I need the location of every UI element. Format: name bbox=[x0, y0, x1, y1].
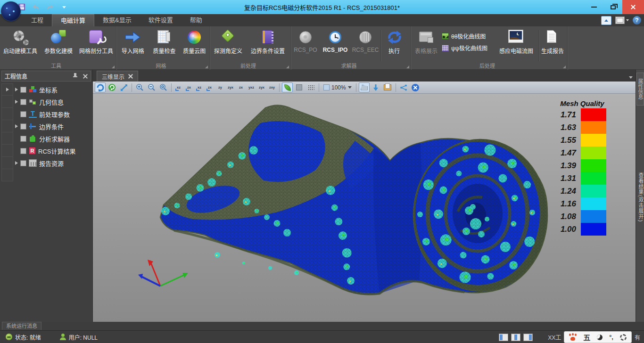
checkbox[interactable] bbox=[20, 148, 26, 154]
smooth-shading-button[interactable] bbox=[282, 82, 293, 92]
view-iso1-button[interactable]: zyx bbox=[226, 82, 235, 92]
execute-button[interactable]: 执行 bbox=[381, 27, 407, 61]
tab-3d-display[interactable]: 三维显示 bbox=[97, 71, 138, 82]
gutter-cell[interactable] bbox=[1, 120, 13, 132]
quality-check-button[interactable]: 质量检查 bbox=[149, 27, 180, 61]
expander-icon[interactable] bbox=[15, 100, 18, 104]
expander-icon[interactable] bbox=[15, 161, 18, 165]
boundary-settings-button[interactable]: 边界条件设置 bbox=[247, 27, 289, 61]
table-display-button[interactable]: 表格展示 bbox=[411, 27, 441, 61]
close-icon[interactable] bbox=[128, 74, 133, 79]
quality-cloudmap-button[interactable]: 质量云图 bbox=[179, 27, 209, 61]
ime-logo-icon[interactable] bbox=[569, 334, 577, 341]
zoom-out-button[interactable] bbox=[146, 82, 157, 92]
close-view-button[interactable] bbox=[410, 82, 421, 92]
ime-settings-icon[interactable] bbox=[620, 334, 627, 341]
view-zx-button[interactable]: zx bbox=[184, 82, 194, 92]
view-zy-button[interactable]: zy bbox=[215, 82, 225, 92]
share-button[interactable] bbox=[398, 82, 409, 92]
help-button[interactable] bbox=[633, 16, 641, 24]
layout-middle-panel-button[interactable] bbox=[511, 334, 520, 341]
checkbox[interactable] bbox=[20, 160, 26, 166]
tree-item-preprocess-params[interactable]: T 前处理参数 bbox=[13, 108, 92, 120]
gutter-cell[interactable] bbox=[1, 169, 13, 181]
project-tree: 坐标系 几何信息 T 前处理参数 bbox=[1, 83, 92, 181]
rcs-ipo-button[interactable]: RCS_IPO bbox=[320, 27, 350, 61]
tree-item-coordinate-system[interactable]: 坐标系 bbox=[13, 83, 92, 96]
clip-plane-button[interactable] bbox=[359, 82, 370, 92]
import-mesh-button[interactable]: 导入网格 bbox=[116, 27, 149, 61]
view-iso4-button[interactable]: zyx bbox=[257, 82, 266, 92]
pan-zoom-button[interactable] bbox=[118, 82, 129, 92]
gutter-cell[interactable] bbox=[1, 96, 13, 108]
group-label-tools: 工具 bbox=[0, 62, 112, 69]
zoom-fit-button[interactable] bbox=[158, 82, 169, 92]
close-button[interactable] bbox=[622, 0, 644, 14]
gutter-cell[interactable] bbox=[1, 157, 13, 169]
induced-current-map-button[interactable]: 感应电磁流图 bbox=[494, 27, 538, 61]
tree-item-solver[interactable]: 分析求解器 bbox=[13, 132, 92, 145]
minimize-button[interactable] bbox=[585, 0, 603, 14]
rcs-po-button[interactable]: RCS_PO bbox=[291, 27, 320, 61]
ribbon-collapse-button[interactable] bbox=[601, 16, 611, 25]
ime-input-mode-button[interactable]: 五 bbox=[583, 332, 590, 342]
gutter-cell[interactable] bbox=[1, 132, 13, 145]
restore-button[interactable] bbox=[603, 0, 622, 14]
view-iso2-button[interactable]: zx bbox=[236, 82, 246, 92]
checkbox[interactable] bbox=[20, 111, 26, 117]
system-messages-tab[interactable]: 系统运行消息 bbox=[2, 322, 41, 330]
zoom-in-button[interactable] bbox=[134, 82, 145, 92]
chevron-down-icon[interactable] bbox=[629, 76, 633, 79]
checkbox[interactable] bbox=[20, 99, 26, 105]
tree-item-rcs-results[interactable]: R RCS计算结果 bbox=[13, 145, 92, 157]
tree-item-report-resources[interactable]: 报告资源 bbox=[13, 157, 92, 169]
gutter-cell[interactable] bbox=[1, 108, 13, 120]
checkbox[interactable] bbox=[20, 136, 26, 142]
tab-data-display[interactable]: 数据&显示 bbox=[94, 14, 140, 26]
points-display-button[interactable] bbox=[305, 82, 316, 92]
tree-item-geometry-info[interactable]: 几何信息 bbox=[13, 96, 92, 108]
checkbox[interactable] bbox=[20, 87, 26, 93]
view-iso3-button[interactable]: yxz bbox=[247, 82, 256, 92]
export-down-button[interactable] bbox=[371, 82, 381, 92]
tab-software-settings[interactable]: 软件设置 bbox=[140, 14, 182, 26]
expander-icon[interactable] bbox=[15, 124, 18, 128]
snapshot-folder-button[interactable] bbox=[382, 82, 393, 92]
zoom-level-select[interactable]: 100% bbox=[322, 84, 354, 91]
gutter-cell[interactable] bbox=[1, 145, 13, 157]
generate-report-button[interactable]: 生成报告 bbox=[539, 27, 566, 61]
app-logo-icon[interactable] bbox=[1, 1, 21, 21]
toolbar-divider bbox=[132, 83, 132, 92]
tree-item-boundary-conditions[interactable]: 边界条件 bbox=[13, 120, 92, 132]
tab-em-computation[interactable]: 电磁计算 bbox=[52, 14, 94, 26]
viewport-3d[interactable]: Mesh Quality 1.71 1.63 1.55 1.47 1.39 1.… bbox=[93, 94, 636, 322]
display-options-button[interactable] bbox=[615, 16, 629, 24]
view-xz-button[interactable]: xz bbox=[174, 82, 183, 92]
ime-fullwidth-icon[interactable] bbox=[597, 335, 603, 340]
rcs-eec-button[interactable]: RCS_EEC bbox=[350, 27, 380, 61]
probe-angle-button[interactable]: 探测角定义 bbox=[210, 27, 247, 61]
view-xz2-button[interactable]: xz bbox=[195, 82, 204, 92]
layout-left-panel-button[interactable] bbox=[499, 334, 508, 341]
tab-help[interactable]: 帮助 bbox=[182, 14, 211, 26]
flat-shading-button[interactable] bbox=[294, 82, 305, 92]
launch-modeling-tool-button[interactable]: 启动建模工具 bbox=[0, 27, 41, 61]
refresh-view-button[interactable] bbox=[107, 82, 117, 92]
close-icon[interactable] bbox=[83, 74, 88, 79]
rotate-view-button[interactable] bbox=[95, 82, 106, 92]
view-iso5-button[interactable]: zxy bbox=[267, 82, 277, 92]
layout-right-panel-button[interactable] bbox=[523, 334, 533, 341]
gutter-cell[interactable] bbox=[1, 83, 13, 96]
meshing-tool-button[interactable]: 网格剖分工具 bbox=[76, 27, 116, 61]
tab-project[interactable]: 工程 bbox=[23, 14, 52, 26]
view-results-note[interactable]: 查看结果(双击展开) bbox=[637, 172, 644, 222]
parametric-modeling-button[interactable]: 参数化建模 bbox=[41, 27, 76, 61]
expander-icon[interactable] bbox=[15, 88, 18, 91]
pin-icon[interactable] bbox=[73, 73, 77, 79]
psi-polar-chart-button[interactable]: ψψ极化曲线图 bbox=[441, 44, 494, 52]
view-zx2-button[interactable]: zx bbox=[205, 82, 215, 92]
ime-punctuation-button[interactable]: °, bbox=[609, 334, 613, 341]
checkbox[interactable] bbox=[20, 123, 26, 130]
theta-polar-chart-button[interactable]: θθ极化曲线图 bbox=[441, 32, 494, 40]
property-info-tab[interactable]: 属性信息 bbox=[636, 73, 644, 106]
